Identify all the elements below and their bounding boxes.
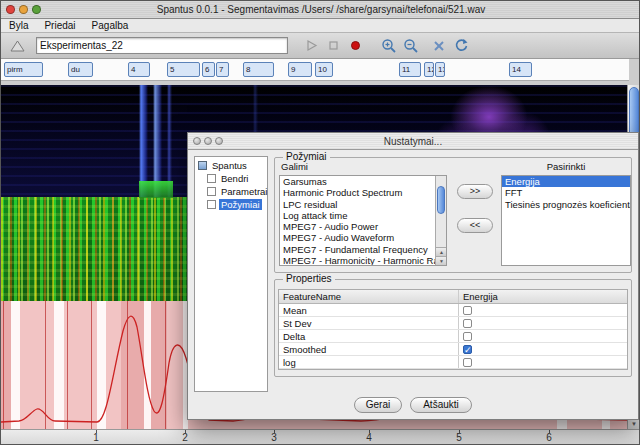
ok-button[interactable]: Gerai (354, 397, 402, 413)
scrollbar-thumb[interactable] (437, 186, 445, 214)
record-icon[interactable] (345, 36, 365, 56)
ruler-segment[interactable]: 7 (216, 62, 229, 77)
features-group: Požymiai Galimi Pasirinkti Garsumas Harm… (274, 157, 632, 273)
available-features-list[interactable]: Garsumas Harmonic Product Spectrum LPC r… (279, 175, 447, 266)
segment-label: 12 (427, 65, 434, 74)
list-item[interactable]: Harmonic Product Spectrum (280, 187, 435, 198)
tree-root-spantus[interactable]: Spantus (195, 159, 267, 172)
ruler-segment[interactable]: du (68, 62, 93, 77)
menu-byla[interactable]: Byla (1, 19, 36, 33)
ruler-segment[interactable]: 4 (128, 62, 150, 77)
properties-group: Properties FeatureName Energija Mean St … (274, 279, 632, 377)
remove-feature-button[interactable]: << (457, 218, 493, 233)
table-header-row: FeatureName Energija (279, 290, 627, 304)
settings-tree: Spantus Bendri Parametrai Požymiai (194, 156, 268, 392)
add-feature-button[interactable]: >> (457, 184, 493, 199)
table-row: Delta (279, 330, 627, 343)
column-header-energija: Energija (459, 290, 627, 303)
ruler-segment[interactable]: 5 (167, 62, 200, 77)
properties-table: FeatureName Energija Mean St Dev Delta S… (278, 289, 628, 370)
ruler-segment[interactable]: 13 (435, 62, 445, 77)
app-window: Spantus 0.0.1 - Segmentavimas /Users/ /s… (0, 0, 640, 445)
ruler-segment[interactable]: 6 (202, 62, 215, 77)
list-item[interactable]: MPEG7 - Audio Power (280, 221, 435, 232)
zoom-out-icon[interactable] (401, 36, 421, 56)
list-item[interactable]: Log attack time (280, 210, 435, 221)
list-item[interactable]: MPEG7 - Fundamental Frequency (280, 244, 435, 255)
segment-label: 14 (512, 65, 521, 74)
table-row: Smoothed (279, 343, 627, 356)
ruler-segment[interactable]: pirm (4, 62, 43, 77)
axis-tick: 3 (264, 432, 284, 443)
selected-features-list[interactable]: Energija FFT Tiesinės prognozės koeficie… (501, 175, 631, 266)
tree-item-label: Parametrai (219, 186, 269, 197)
list-item[interactable]: LPC residual (280, 199, 435, 210)
dialog-titlebar[interactable]: Nustatymai... (188, 133, 638, 150)
settings-dialog: Nustatymai... Spantus Bendri Parametrai … (187, 132, 639, 420)
available-label: Galimi (281, 161, 308, 172)
tree-item-pozymiai[interactable]: Požymiai (195, 198, 267, 211)
tree-node-icon (207, 174, 216, 183)
list-item[interactable]: MPEG7 - Audio Waveform (280, 232, 435, 243)
checkbox-delta[interactable] (463, 332, 472, 341)
refresh-icon[interactable] (451, 36, 471, 56)
axis-tick: 1 (86, 432, 106, 443)
ruler-segment[interactable]: 10 (315, 62, 333, 77)
checkbox-smoothed[interactable] (463, 345, 472, 354)
ruler-segment[interactable]: 9 (288, 62, 312, 77)
folder-icon (198, 161, 207, 170)
play-icon[interactable] (301, 36, 321, 56)
segment-ruler[interactable]: pirm du 4 5 6 7 8 9 10 11 12 13 14 (1, 59, 629, 81)
axis-tick: 6 (539, 432, 559, 443)
segment-label: 8 (246, 65, 250, 74)
table-row: Mean (279, 304, 627, 317)
segment-label: 7 (219, 65, 223, 74)
tree-item-parametrai[interactable]: Parametrai (195, 185, 267, 198)
segment-label: 4 (131, 65, 135, 74)
list-item[interactable]: MPEG7 - Harmonicity - Harmonic Ratio (280, 255, 435, 266)
stop-icon[interactable] (323, 36, 343, 56)
ruler-segment[interactable]: 14 (509, 62, 532, 77)
triangle-marker-icon[interactable] (7, 36, 27, 56)
segment-label: 11 (402, 65, 410, 74)
spectrogram-spike (139, 181, 173, 198)
list-item[interactable]: Garsumas (280, 176, 435, 187)
tree-item-label: Požymiai (219, 199, 262, 210)
list-scrollbar[interactable] (435, 176, 446, 265)
table-row: St Dev (279, 317, 627, 330)
list-item[interactable]: FFT (502, 187, 630, 198)
segment-label: 9 (291, 65, 295, 74)
column-header-featurename: FeatureName (279, 290, 459, 303)
menu-pagalba[interactable]: Pagalba (84, 19, 137, 33)
checkbox-stdev[interactable] (463, 319, 472, 328)
cancel-button[interactable]: Atšaukti (410, 397, 472, 413)
menu-priedai[interactable]: Priedai (36, 19, 83, 33)
checkbox-log[interactable] (463, 358, 472, 367)
axis-tick: 5 (449, 432, 469, 443)
clear-x-icon[interactable] (429, 36, 449, 56)
segment-label: 6 (205, 65, 209, 74)
tree-node-icon (207, 200, 216, 209)
axis-tick: 4 (359, 432, 379, 443)
property-name: Delta (279, 330, 459, 342)
tree-item-bendri[interactable]: Bendri (195, 172, 267, 185)
zoom-in-icon[interactable] (379, 36, 399, 56)
experiment-name-input[interactable] (36, 37, 288, 54)
checkbox-mean[interactable] (463, 306, 472, 315)
segment-label: du (71, 65, 80, 74)
tree-root-label: Spantus (210, 160, 249, 171)
property-name: Smoothed (279, 343, 459, 355)
scroll-down-arrow-icon[interactable] (436, 256, 447, 265)
window-titlebar: Spantus 0.0.1 - Segmentavimas /Users/ /s… (1, 1, 640, 19)
ruler-segment[interactable]: 8 (243, 62, 274, 77)
list-item[interactable]: Tiesinės prognozės koeficientai (502, 199, 630, 210)
segment-label: 10 (318, 65, 327, 74)
segment-label: pirm (7, 65, 23, 74)
tree-item-label: Bendri (219, 173, 250, 184)
ruler-segment[interactable]: 11 (399, 62, 421, 77)
selected-label: Pasirinkti (501, 161, 631, 172)
segment-label: 13 (438, 65, 445, 74)
scroll-up-arrow-icon[interactable] (436, 247, 447, 256)
ruler-segment[interactable]: 12 (424, 62, 434, 77)
list-item[interactable]: Energija (502, 176, 630, 187)
